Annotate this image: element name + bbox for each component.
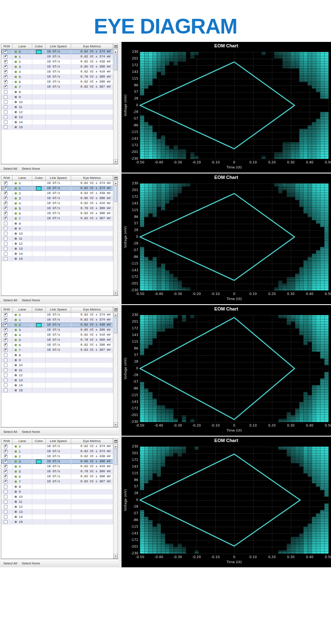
lane-row[interactable]: 15 (1, 125, 113, 130)
rw-checkbox[interactable] (4, 455, 8, 458)
header-rw[interactable]: R/W (1, 307, 13, 312)
rw-checkbox[interactable] (4, 100, 8, 104)
rw-checkbox[interactable] (4, 348, 8, 352)
header-link-speed[interactable]: Link Speed (46, 176, 71, 181)
lane-row[interactable]: 1 16 GT/s 0.82 UI ± 374 mV (1, 318, 113, 323)
lane-row[interactable]: 12 (1, 504, 113, 510)
lane-row[interactable]: 4 16 GT/s 0.82 UI ± 410 mV (1, 464, 113, 469)
rw-checkbox[interactable] (4, 480, 8, 484)
lane-row[interactable]: 12 (1, 373, 113, 378)
scroll-down-button[interactable]: ▼ (114, 291, 118, 295)
lane-row[interactable]: 7 16 GT/s 0.82 UI ± 367 mV (1, 85, 113, 90)
rw-checkbox[interactable] (4, 475, 8, 478)
lane-row[interactable]: 2 16 GT/s 0.82 UI ± 439 mV (1, 323, 113, 328)
lane-row[interactable]: 6 16 GT/s 0.82 UI ± 396 mV (1, 80, 113, 85)
rw-checkbox[interactable] (4, 485, 8, 489)
lane-row[interactable]: 5 16 GT/s 0.78 UI ± 360 mV (1, 469, 113, 474)
lane-row[interactable]: 9 (1, 358, 113, 363)
rw-checkbox[interactable] (4, 202, 8, 205)
rw-checkbox[interactable] (4, 191, 8, 195)
rw-checkbox[interactable] (4, 90, 8, 94)
rw-checkbox[interactable] (4, 373, 8, 377)
lane-row[interactable]: 12 (1, 110, 113, 115)
lane-row[interactable]: 1 16 GT/s 0.82 UI ± 374 mV (1, 449, 113, 454)
lane-row[interactable]: 4 16 GT/s 0.82 UI ± 410 mV (1, 201, 113, 206)
rw-checkbox[interactable] (4, 242, 8, 246)
lane-row[interactable]: 4 16 GT/s 0.82 UI ± 410 mV (1, 70, 113, 75)
rw-checkbox[interactable] (4, 222, 8, 225)
lane-row[interactable]: 10 (1, 231, 113, 236)
rw-checkbox[interactable] (4, 495, 8, 499)
rw-checkbox[interactable] (4, 120, 8, 124)
column-chooser-button[interactable] (113, 44, 118, 49)
lane-row[interactable]: 1 16 GT/s 0.82 UI ± 374 mV (1, 186, 113, 191)
header-color[interactable]: Color (32, 44, 46, 49)
rw-checkbox[interactable] (4, 500, 8, 504)
rw-checkbox[interactable] (4, 237, 8, 241)
rw-checkbox[interactable] (4, 510, 8, 514)
lane-row[interactable]: 0 16 GT/s 0.82 UI ± 374 mV (1, 313, 113, 318)
rw-checkbox[interactable] (4, 110, 8, 114)
rw-checkbox[interactable] (4, 338, 8, 342)
header-color[interactable]: Color (32, 176, 46, 181)
lane-row[interactable]: 9 (1, 226, 113, 231)
rw-checkbox[interactable] (4, 313, 8, 317)
rw-checkbox[interactable] (4, 470, 8, 473)
header-link-speed[interactable]: Link Speed (46, 44, 71, 49)
rw-checkbox[interactable] (4, 60, 8, 64)
header-eye-metrics[interactable]: Eye Metrics (71, 439, 113, 444)
lane-row[interactable]: 3 16 GT/s 0.85 UI ± 396 mV (1, 328, 113, 333)
table-scrollbar[interactable]: ▲ ▼ (113, 49, 118, 164)
lane-row[interactable]: 11 (1, 105, 113, 110)
lane-row[interactable]: 0 16 GT/s 0.82 UI ± 374 mV (1, 49, 113, 54)
lane-row[interactable]: 3 16 GT/s 0.85 UI ± 396 mV (1, 196, 113, 201)
rw-checkbox[interactable] (4, 257, 8, 261)
rw-checkbox[interactable] (4, 318, 8, 322)
scrollbar-thumb[interactable] (114, 186, 117, 202)
lane-row[interactable]: 9 (1, 95, 113, 100)
header-rw[interactable]: R/W (1, 439, 13, 444)
select-all-link[interactable]: Select All (3, 430, 17, 434)
select-none-link[interactable]: Select None (22, 430, 40, 434)
rw-checkbox[interactable] (4, 383, 8, 387)
lane-row[interactable]: 5 16 GT/s 0.78 UI ± 360 mV (1, 206, 113, 211)
rw-checkbox[interactable] (4, 227, 8, 230)
lane-row[interactable]: 2 16 GT/s 0.82 UI ± 439 mV (1, 59, 113, 65)
header-eye-metrics[interactable]: Eye Metrics (71, 307, 113, 312)
rw-checkbox[interactable] (4, 197, 8, 200)
rw-checkbox[interactable] (4, 363, 8, 367)
lane-row[interactable]: 6 16 GT/s 0.82 UI ± 396 mV (1, 343, 113, 348)
rw-checkbox[interactable] (4, 323, 8, 327)
header-lane[interactable]: Lane (13, 439, 32, 444)
lane-row[interactable]: 11 (1, 236, 113, 241)
lane-row[interactable]: 15 (1, 388, 113, 393)
column-chooser-button[interactable] (113, 439, 118, 444)
lane-row[interactable]: 10 (1, 363, 113, 368)
rw-checkbox[interactable] (4, 212, 8, 215)
table-scrollbar[interactable]: ▲ ▼ (113, 181, 118, 295)
lane-row[interactable]: 11 (1, 368, 113, 373)
rw-checkbox[interactable] (4, 465, 8, 468)
rw-checkbox[interactable] (4, 353, 8, 357)
rw-checkbox[interactable] (4, 186, 8, 190)
header-eye-metrics[interactable]: Eye Metrics (71, 176, 113, 181)
scroll-down-button[interactable]: ▼ (114, 159, 118, 164)
rw-checkbox[interactable] (4, 217, 8, 220)
header-lane[interactable]: Lane (13, 307, 32, 312)
header-color[interactable]: Color (32, 439, 46, 444)
lane-row[interactable]: 7 16 GT/s 0.82 UI ± 367 mV (1, 479, 113, 484)
lane-row[interactable]: 8 (1, 353, 113, 358)
lane-row[interactable]: 5 16 GT/s 0.78 UI ± 360 mV (1, 338, 113, 343)
rw-checkbox[interactable] (4, 75, 8, 79)
rw-checkbox[interactable] (4, 358, 8, 362)
lane-row[interactable]: 2 16 GT/s 0.82 UI ± 439 mV (1, 454, 113, 459)
lane-row[interactable]: 9 (1, 489, 113, 494)
rw-checkbox[interactable] (4, 505, 8, 509)
select-all-link[interactable]: Select All (3, 167, 17, 171)
header-link-speed[interactable]: Link Speed (46, 307, 71, 312)
lane-row[interactable]: 7 16 GT/s 0.82 UI ± 367 mV (1, 216, 113, 221)
header-lane[interactable]: Lane (13, 44, 32, 49)
header-color[interactable]: Color (32, 307, 46, 312)
table-scrollbar[interactable]: ▲ ▼ (113, 444, 118, 559)
header-rw[interactable]: R/W (1, 44, 13, 49)
